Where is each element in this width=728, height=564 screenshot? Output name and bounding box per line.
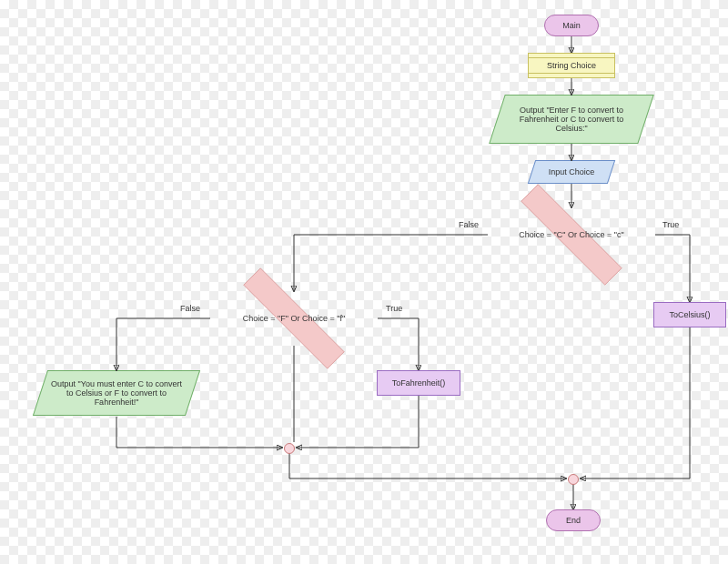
merge-outer <box>568 474 579 485</box>
label-d1-false: False <box>459 220 479 229</box>
merge-inner <box>284 443 295 454</box>
node-output-error[interactable]: Output "You must enter C to convert to C… <box>40 370 193 416</box>
node-input-choice[interactable]: Input Choice <box>531 160 612 184</box>
node-to-fahrenheit[interactable]: ToFahrenheit() <box>377 370 460 396</box>
node-output-error-text: Output "You must enter C to convert to C… <box>51 379 182 407</box>
decision-fahrenheit[interactable]: Choice = "F" Or Choice = "f" <box>210 282 378 355</box>
node-to-celsius[interactable]: ToCelsius() <box>653 302 726 327</box>
node-input-choice-text: Input Choice <box>549 167 595 176</box>
node-declare-choice[interactable]: String Choice <box>528 53 615 78</box>
node-end[interactable]: End <box>546 509 601 531</box>
node-main[interactable]: Main <box>544 15 599 36</box>
label-d2-true: True <box>386 304 402 313</box>
label-d1-true: True <box>662 220 679 229</box>
label-d2-false: False <box>180 304 200 313</box>
node-output-prompt[interactable]: Output "Enter F to convert to Fahrenheit… <box>497 95 646 144</box>
decision-celsius[interactable]: Choice = "C" Or Choice = "c" <box>488 198 655 271</box>
node-output-prompt-text: Output "Enter F to convert to Fahrenheit… <box>508 106 635 133</box>
